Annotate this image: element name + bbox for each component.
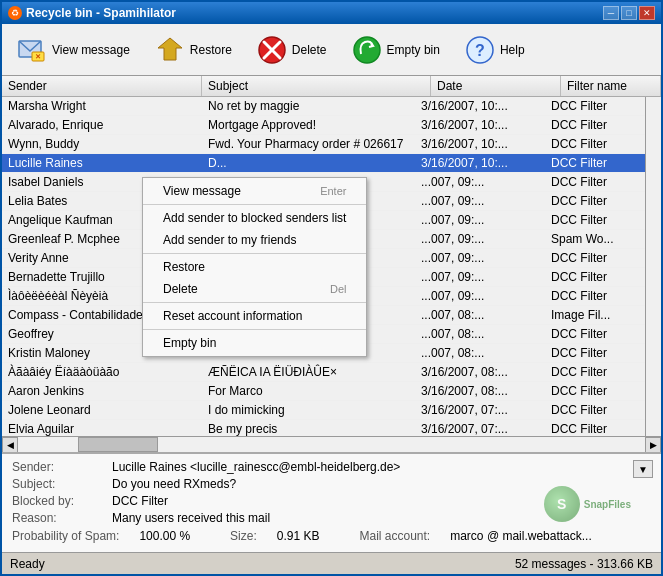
table-row[interactable]: Wynn, BuddyFwd. Your Pharmacy order # 02…	[2, 135, 645, 154]
cell-date: 3/16/2007, 10:...	[415, 97, 545, 115]
cell-filter: DCC Filter	[545, 135, 645, 153]
col-subject[interactable]: Subject	[202, 76, 431, 96]
cell-sender: Jolene Leonard	[2, 401, 202, 419]
cell-filter: DCC Filter	[545, 268, 645, 286]
cell-filter: DCC Filter	[545, 363, 645, 381]
cell-date: ...007, 09:...	[415, 230, 545, 248]
maximize-button[interactable]: □	[621, 6, 637, 20]
cell-subject: For Marco	[202, 382, 415, 400]
ctx-sep3	[143, 302, 366, 303]
ctx-restore[interactable]: Restore	[143, 256, 366, 278]
ctx-sep1	[143, 204, 366, 205]
subject-value: Do you need RXmeds?	[112, 477, 236, 491]
reason-label: Reason:	[12, 511, 112, 525]
cell-sender: Alvarado, Enrique	[2, 116, 202, 134]
message-count: 52 messages - 313.66 KB	[515, 557, 653, 571]
view-message-label: View message	[52, 43, 130, 57]
table-row[interactable]: Elvia AguilarBe my precis3/16/2007, 07:.…	[2, 420, 645, 436]
blocked-value: DCC Filter	[112, 494, 168, 508]
cell-date: ...007, 09:...	[415, 211, 545, 229]
cell-filter: DCC Filter	[545, 97, 645, 115]
delete-button[interactable]: Delete	[248, 30, 335, 70]
table-header: Sender Subject Date Filter name	[2, 76, 661, 97]
minimize-button[interactable]: ─	[603, 6, 619, 20]
cell-filter: Image Fil...	[545, 306, 645, 324]
empty-bin-label: Empty bin	[387, 43, 440, 57]
horizontal-scrollbar[interactable]: ◀ ▶	[2, 436, 661, 452]
cell-date: ...007, 09:...	[415, 173, 545, 191]
reason-value: Many users received this mail	[112, 511, 270, 525]
ctx-block-label: Add sender to blocked senders list	[163, 211, 346, 225]
table-row[interactable]: Marsha WrightNo ret by maggie3/16/2007, …	[2, 97, 645, 116]
subject-label: Subject:	[12, 477, 112, 491]
view-message-button[interactable]: ✕ View message	[8, 30, 138, 70]
svg-marker-3	[158, 38, 182, 60]
expand-button[interactable]: ▼	[633, 460, 653, 478]
vertical-scrollbar[interactable]	[645, 97, 661, 436]
cell-date: ...007, 09:...	[415, 192, 545, 210]
table-row[interactable]: Àãàâiéy ËíàäàòüàãoÆÑËICA IA ËIÜÐIÀÛE×3/1…	[2, 363, 645, 382]
ctx-friends[interactable]: Add sender to my friends	[143, 229, 366, 251]
cell-sender: Lucille Raines	[2, 154, 202, 172]
close-button[interactable]: ✕	[639, 6, 655, 20]
account-label: Mail account:	[360, 529, 431, 543]
help-button[interactable]: ? Help	[456, 30, 533, 70]
ctx-restore-label: Restore	[163, 260, 205, 274]
cell-date: ...007, 08:...	[415, 325, 545, 343]
table-row[interactable]: Jolene LeonardI do mimicking3/16/2007, 0…	[2, 401, 645, 420]
col-sender[interactable]: Sender	[2, 76, 202, 96]
cell-subject: No ret by maggie	[202, 97, 415, 115]
table-row[interactable]: Lucille RainesD...3/16/2007, 10:...DCC F…	[2, 154, 645, 173]
cell-filter: DCC Filter	[545, 154, 645, 172]
cell-filter: DCC Filter	[545, 287, 645, 305]
scroll-right-button[interactable]: ▶	[645, 437, 661, 453]
ctx-delete-shortcut: Del	[330, 283, 347, 295]
cell-date: 3/16/2007, 07:...	[415, 401, 545, 419]
cell-filter: DCC Filter	[545, 344, 645, 362]
help-icon: ?	[464, 34, 496, 66]
scroll-left-button[interactable]: ◀	[2, 437, 18, 453]
cell-filter: DCC Filter	[545, 192, 645, 210]
ctx-view[interactable]: View messageEnter	[143, 180, 366, 202]
context-menu: View messageEnterAdd sender to blocked s…	[142, 177, 367, 357]
scrollbar-thumb[interactable]	[78, 437, 158, 452]
table-row[interactable]: Alvarado, EnriqueMortgage Approved!3/16/…	[2, 116, 645, 135]
ctx-reset-label: Reset account information	[163, 309, 302, 323]
cell-filter: DCC Filter	[545, 325, 645, 343]
ctx-friends-label: Add sender to my friends	[163, 233, 296, 247]
cell-filter: Spam Wo...	[545, 230, 645, 248]
ctx-reset[interactable]: Reset account information	[143, 305, 366, 327]
delete-label: Delete	[292, 43, 327, 57]
probability-value: 100.00 %	[139, 529, 190, 543]
svg-text:?: ?	[475, 42, 485, 59]
empty-bin-icon	[351, 34, 383, 66]
ctx-emptybin[interactable]: Empty bin	[143, 332, 366, 354]
cell-filter: DCC Filter	[545, 211, 645, 229]
scrollbar-track	[18, 437, 645, 452]
sender-label: Sender:	[12, 460, 112, 474]
cell-subject: ÆÑËICA IA ËIÜÐIÀÛE×	[202, 363, 415, 381]
cell-subject: D...	[202, 154, 415, 172]
status-bar: Ready 52 messages - 313.66 KB	[2, 552, 661, 574]
email-table-container: Sender Subject Date Filter name Marsha W…	[2, 76, 661, 452]
table-row[interactable]: Aaron JenkinsFor Marco3/16/2007, 08:...D…	[2, 382, 645, 401]
ctx-emptybin-label: Empty bin	[163, 336, 216, 350]
cell-date: ...007, 09:...	[415, 249, 545, 267]
ctx-block[interactable]: Add sender to blocked senders list	[143, 207, 366, 229]
cell-date: 3/16/2007, 10:...	[415, 116, 545, 134]
view-message-icon: ✕	[16, 34, 48, 66]
cell-sender: Aaron Jenkins	[2, 382, 202, 400]
empty-bin-button[interactable]: Empty bin	[343, 30, 448, 70]
cell-date: ...007, 08:...	[415, 306, 545, 324]
ctx-view-shortcut: Enter	[320, 185, 346, 197]
ctx-delete-label: Delete	[163, 282, 198, 296]
delete-icon	[256, 34, 288, 66]
col-date[interactable]: Date	[431, 76, 561, 96]
col-filter[interactable]: Filter name	[561, 76, 661, 96]
restore-label: Restore	[190, 43, 232, 57]
restore-button[interactable]: Restore	[146, 30, 240, 70]
size-value: 0.91 KB	[277, 529, 320, 543]
cell-date: ...007, 09:...	[415, 268, 545, 286]
status-text: Ready	[10, 557, 515, 571]
ctx-delete[interactable]: DeleteDel	[143, 278, 366, 300]
